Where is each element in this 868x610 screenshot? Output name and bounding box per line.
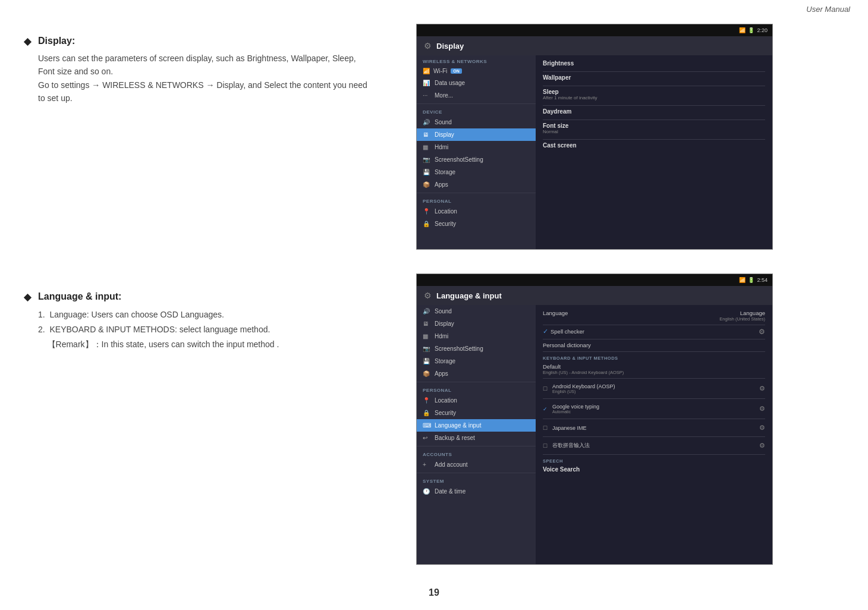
gvoice-checkbox[interactable]: ✓	[543, 406, 550, 412]
language-row[interactable]: Language Language English (United States…	[543, 310, 765, 322]
sidebar-bottom-apps[interactable]: 📦 Apps	[417, 367, 536, 380]
sidebar-item-display[interactable]: 🖥 Display	[417, 128, 536, 141]
sidebar-bottom-language-label: Language & input	[435, 422, 481, 429]
voice-search-row[interactable]: Voice Search	[543, 466, 765, 473]
sidebar-item-more[interactable]: ··· More...	[417, 89, 536, 102]
aosp-keyboard-label: Android Keyboard (AOSP)	[552, 383, 757, 389]
section1-description: Users can set the parameters of screen d…	[38, 52, 369, 105]
aosp-keyboard-sub: English (US)	[552, 389, 757, 394]
main-divider2	[543, 86, 765, 86]
japanese-adj-icon[interactable]: ⚙	[759, 424, 765, 432]
divider1	[417, 103, 536, 104]
section2-title-bold: Language & input:	[38, 291, 121, 302]
bullet2: ◆	[24, 291, 31, 303]
addaccount-icon: +	[423, 461, 431, 468]
personal-dict-row[interactable]: Personal dictionary	[543, 342, 765, 348]
sidebar-bottom-security[interactable]: 🔒 Security	[417, 407, 536, 419]
spell-checker-adj-icon[interactable]: ⚙	[759, 328, 765, 336]
sidebar-bottom: 🔊 Sound 🖥 Display ▦ Hdmi 📷 ScreenshotSet…	[417, 305, 536, 564]
sound-icon: 🔊	[423, 119, 431, 125]
sidebar-screenshot-label: ScreenshotSetting	[435, 156, 483, 163]
aosp-checkbox[interactable]: ☐	[543, 386, 550, 392]
main-divider-b5	[543, 398, 765, 399]
japanese-checkbox[interactable]: ☐	[543, 425, 550, 431]
sidebar-bottom-screenshot-label: ScreenshotSetting	[435, 345, 483, 352]
settings-header-title-top: Display	[436, 42, 464, 51]
sidebar-bottom-location-label: Location	[435, 397, 457, 404]
section2-block: ◆ Language & input: 1. Language: Users c…	[24, 291, 369, 353]
brightness-row[interactable]: Brightness	[543, 60, 765, 67]
sidebar-section-wireless: WIRELESS & NETWORKS	[417, 55, 536, 65]
sidebar-bottom-language[interactable]: ⌨ Language & input	[417, 419, 536, 432]
main-divider-b1	[543, 325, 765, 325]
sidebar-item-apps[interactable]: 📦 Apps	[417, 178, 536, 191]
chinese-checkbox[interactable]: ☐	[543, 443, 550, 449]
sidebar-bottom-sound-label: Sound	[435, 308, 452, 315]
castscreen-row[interactable]: Cast screen	[543, 142, 765, 149]
sidebar-bottom-security-label: Security	[435, 410, 456, 416]
divider2	[417, 193, 536, 193]
sidebar-bottom-addaccount[interactable]: + Add account	[417, 458, 536, 471]
sidebar-item-data-usage[interactable]: 📊 Data usage	[417, 77, 536, 89]
storage-icon: 💾	[423, 169, 431, 175]
backup-icon: ↩	[423, 435, 431, 441]
gvoice-adj-icon[interactable]: ⚙	[759, 405, 765, 413]
sidebar-item-sound[interactable]: 🔊 Sound	[417, 116, 536, 128]
spell-checker-row[interactable]: ✓ Spell checker ⚙	[543, 328, 765, 336]
default-value: English (US) - Android Keyboard (AOSP)	[543, 370, 624, 375]
sidebar-bottom-backup[interactable]: ↩ Backup & reset	[417, 432, 536, 444]
sidebar-wifi-row[interactable]: 📶 Wi-Fi ON	[417, 65, 536, 77]
sidebar-top: WIRELESS & NETWORKS 📶 Wi-Fi ON 📊 Data us…	[417, 55, 536, 249]
bottom-nav-top: 🔊 ↩ ⬜ ⬛ 🔊	[417, 249, 772, 250]
sidebar-item-location[interactable]: 📍 Location	[417, 205, 536, 218]
gvoice-keyboard-row[interactable]: ✓ Google voice typing Automatic ⚙	[543, 401, 765, 416]
daydream-row[interactable]: Daydream	[543, 108, 765, 115]
section2-title: ◆ Language & input:	[24, 291, 369, 303]
sidebar-item-storage[interactable]: 💾 Storage	[417, 166, 536, 178]
sidebar-item-security[interactable]: 🔒 Security	[417, 218, 536, 230]
chinese-keyboard-row[interactable]: ☐ 谷歌拼音输入法 ⚙	[543, 439, 765, 452]
wifi-toggle[interactable]: ON	[451, 68, 462, 74]
sidebar-bottom-datetime[interactable]: 🕐 Date & time	[417, 485, 536, 498]
language-value-sub: English (United States)	[719, 316, 765, 322]
more-icon: ···	[423, 92, 431, 99]
sidebar-bottom-section-system: SYSTEM	[417, 475, 536, 485]
default-row[interactable]: Default English (US) - Android Keyboard …	[543, 363, 765, 375]
sleep-row[interactable]: Sleep After 1 minute of inactivity	[543, 89, 765, 100]
bottom-nav-bottom: 🔊 ↩ ⬜ ⬛ 🔊	[417, 564, 772, 565]
keyboard-section-label: KEYBOARD & INPUT METHODS	[543, 356, 765, 361]
sidebar-display-label: Display	[435, 131, 454, 138]
fontsize-row[interactable]: Font size Normal	[543, 122, 765, 134]
location-icon2: 📍	[423, 397, 431, 404]
spell-checker-checkmark: ✓	[543, 328, 548, 335]
sidebar-item-screenshot[interactable]: 📷 ScreenshotSetting	[417, 153, 536, 166]
sidebar-bottom-sound[interactable]: 🔊 Sound	[417, 305, 536, 317]
aosp-keyboard-row[interactable]: ☐ Android Keyboard (AOSP) English (US) ⚙	[543, 381, 765, 396]
main-divider3	[543, 105, 765, 106]
main-divider-b4	[543, 378, 765, 379]
sidebar-section-device: DEVICE	[417, 106, 536, 116]
main-divider-b6	[543, 419, 765, 419]
sidebar-bottom-display[interactable]: 🖥 Display	[417, 317, 536, 330]
spell-checker-title: Spell checker	[551, 328, 584, 335]
aosp-adj-icon[interactable]: ⚙	[759, 385, 765, 392]
sidebar-sound-label: Sound	[435, 119, 452, 125]
main-divider5	[543, 139, 765, 140]
sidebar-bottom-section-personal: PERSONAL	[417, 384, 536, 394]
wallpaper-row[interactable]: Wallpaper	[543, 74, 765, 81]
sidebar-bottom-screenshot[interactable]: 📷 ScreenshotSetting	[417, 342, 536, 355]
sidebar-storage-label: Storage	[435, 169, 455, 175]
sidebar-bottom-location[interactable]: 📍 Location	[417, 394, 536, 407]
sidebar-bottom-hdmi[interactable]: ▦ Hdmi	[417, 330, 536, 342]
battery-status-icon2: 🔋	[748, 277, 754, 283]
page-header: User Manual	[0, 0, 868, 14]
main-divider-b7	[543, 436, 765, 437]
fontsize-subtitle: Normal	[543, 129, 765, 134]
japanese-keyboard-row[interactable]: ☐ Japanese IME ⚙	[543, 422, 765, 434]
sidebar-bottom-storage[interactable]: 💾 Storage	[417, 355, 536, 367]
data-usage-icon: 📊	[423, 80, 431, 86]
chinese-adj-icon[interactable]: ⚙	[759, 442, 765, 449]
security-icon: 🔒	[423, 221, 431, 227]
settings-body-top: WIRELESS & NETWORKS 📶 Wi-Fi ON 📊 Data us…	[417, 55, 772, 249]
sidebar-item-hdmi[interactable]: ▦ Hdmi	[417, 141, 536, 153]
